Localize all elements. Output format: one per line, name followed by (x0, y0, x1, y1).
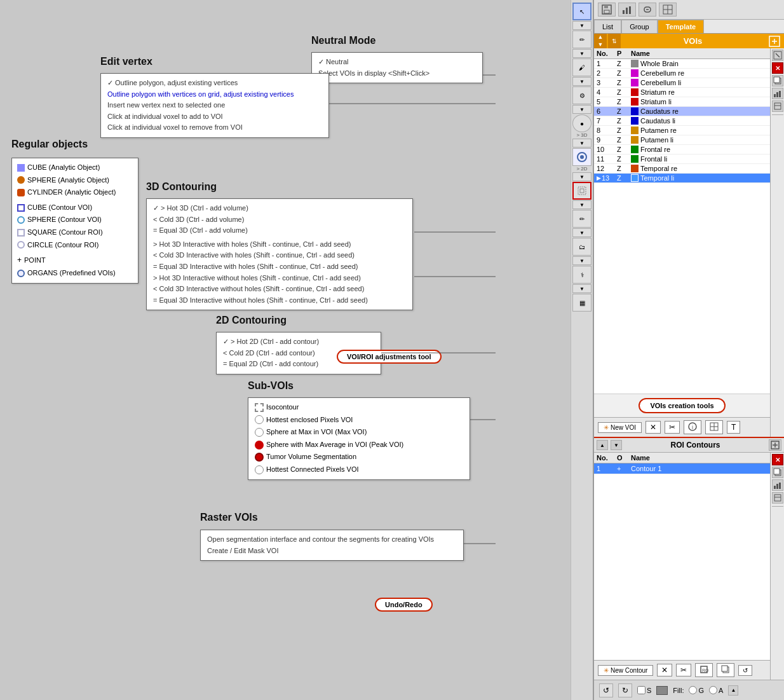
voi-row-11[interactable]: 11Z Frontal li (594, 154, 770, 164)
vr-btn-1[interactable] (772, 50, 783, 61)
dropdown-2d[interactable]: ▼ (572, 172, 591, 181)
dropdown-edit-vertex[interactable]: ▼ (572, 49, 591, 58)
voi-sort-btn[interactable]: ⇅ (608, 34, 621, 48)
vr-sep (772, 114, 783, 115)
link-icon[interactable] (639, 3, 656, 17)
voi-color-9 (631, 136, 639, 144)
new-contour-btn[interactable]: ✳ New Contour (598, 665, 653, 676)
voi-row-13[interactable]: ▶13 Z Temporal li (594, 174, 770, 183)
voi-row-2[interactable]: 2Z Cerebellum re (594, 69, 770, 78)
ro-organs-icon (17, 270, 25, 277)
voi-info-btn[interactable]: i (684, 420, 701, 434)
ro-circle-roi-icon (17, 241, 25, 249)
ro-sphere-analytic-icon (17, 176, 25, 184)
ev-item-4: Click at individual voxel to add to VOI (107, 111, 322, 123)
voi-creation-tools-label: VOIs creation tools (639, 398, 725, 413)
roi-nav-up[interactable]: ▲ (597, 440, 608, 450)
vr-btn-copy[interactable] (772, 75, 783, 86)
contour-undo-btn[interactable]: ↺ (738, 665, 752, 676)
dropdown-paint[interactable]: ▼ (572, 77, 591, 86)
copy-btn[interactable]: 🗂 (572, 238, 591, 256)
dropdown-copy[interactable]: ▼ (572, 256, 591, 265)
a-radio[interactable] (709, 686, 717, 694)
voi-scissors-btn[interactable]: ✂ (665, 421, 680, 434)
g-radio[interactable] (689, 686, 697, 694)
ro-cube-contour: CUBE (Contour VOI) (17, 202, 133, 214)
roi-table-header: No. O Name (594, 453, 770, 463)
rr-btn-2[interactable] (772, 467, 783, 478)
edit-vertex-btn[interactable]: ✏ (572, 31, 591, 48)
2d-contour-btn[interactable] (572, 182, 591, 200)
voi-row-10[interactable]: 10Z Frontal re (594, 145, 770, 154)
voi-row-1[interactable]: 1Z Whole Brain (594, 59, 770, 69)
voi-right-toolbar: ✕ (770, 48, 784, 437)
tab-template[interactable]: Template (658, 20, 704, 33)
voi-nav-up[interactable]: ▲ (594, 34, 607, 41)
sv-tumor: Tumor Volume Segmentation (255, 451, 463, 463)
ro-circle-roi: CIRCLE (Contour ROI) (17, 240, 133, 251)
roi-expand-btn[interactable] (769, 439, 781, 451)
roi-list: 1 + Contour 1 (594, 463, 770, 660)
ev-item-5: Click at individual voxel to remove from… (107, 122, 322, 134)
adjust-btn[interactable]: ✏ (572, 210, 591, 228)
voi-row-9[interactable]: 9Z Putamen li (594, 135, 770, 145)
voi-row-3[interactable]: 3Z Cerebellum li (594, 78, 770, 88)
contour-roi-btn[interactable]: ROI (695, 663, 713, 677)
dropdown-3d[interactable]: ▼ (572, 139, 591, 148)
rr-btn-3[interactable] (772, 479, 783, 491)
dropdown-settings[interactable]: ▼ (572, 105, 591, 114)
voi-color-12 (631, 165, 639, 172)
voi-sort-col: ⇅ (608, 34, 621, 48)
raster-btn[interactable]: ▦ (572, 294, 591, 312)
new-voi-btn[interactable]: ✳ New VOI (598, 422, 642, 433)
dropdown-2d-contour[interactable]: ▼ (572, 200, 591, 209)
3d-sphere-btn[interactable]: ● (572, 114, 591, 132)
scroll-up-btn[interactable]: ▲ (728, 685, 738, 696)
voi-row-5[interactable]: 5Z Striatum li (594, 97, 770, 107)
neutral-mode-btn[interactable]: ↖ (572, 3, 591, 20)
interactive-3d-btn[interactable] (572, 148, 591, 166)
ev-item-2: Outline polygon with vertices on grid, a… (107, 89, 322, 100)
voi-row-12[interactable]: 12Z Temporal re (594, 164, 770, 174)
voi-color-11 (631, 155, 639, 163)
rr-btn-close[interactable]: ✕ (772, 454, 783, 465)
roi-row-1[interactable]: 1 + Contour 1 (594, 463, 770, 474)
voi-delete-btn[interactable]: ✕ (645, 421, 661, 434)
voi-grid-btn[interactable] (705, 420, 723, 434)
grid-icon[interactable] (659, 3, 677, 17)
vr-btn-stats[interactable] (772, 88, 783, 99)
dropdown-neutral[interactable]: ▼ (572, 21, 591, 30)
contour-copy-btn[interactable] (717, 663, 734, 677)
edit-vertex-box: ✓ Outline polygon, adjust existing verti… (100, 73, 329, 138)
contour-delete-btn[interactable]: ✕ (657, 664, 672, 676)
settings-btn[interactable]: ⚙ (572, 86, 591, 104)
contour-scissors-btn[interactable]: ✂ (676, 664, 691, 676)
rr-btn-4[interactable] (772, 492, 783, 504)
roi-col-o: O (617, 454, 631, 462)
paint-btn[interactable]: 🖌 (572, 58, 591, 76)
vr-btn-close[interactable]: ✕ (772, 62, 783, 74)
dropdown-adjust[interactable]: ▼ (572, 228, 591, 237)
dropdown-sub-voi[interactable]: ▼ (572, 284, 591, 293)
regular-objects-box: CUBE (Analytic Object) SPHERE (Analytic … (11, 158, 139, 284)
roi-nav-down[interactable]: ▼ (611, 440, 622, 450)
voi-row-8[interactable]: 8Z Putamen re (594, 126, 770, 135)
save-icon[interactable] (598, 3, 616, 17)
tab-list[interactable]: List (594, 20, 621, 33)
voi-expand-btn[interactable] (765, 34, 784, 48)
redo-btn[interactable]: ↻ (618, 683, 632, 697)
sub-voi-btn[interactable]: ⚕ (572, 266, 591, 284)
roi-title: ROI Contours (625, 441, 766, 450)
svg-rect-14 (623, 10, 625, 14)
voi-row-7[interactable]: 7Z Caudatus li (594, 116, 770, 126)
sv-sphere-avg-icon (255, 441, 264, 450)
tab-group[interactable]: Group (621, 20, 658, 33)
vr-btn-settings[interactable] (772, 100, 783, 112)
undo-btn[interactable]: ↺ (599, 683, 613, 697)
voi-row-6[interactable]: 6Z Caudatus re (594, 107, 770, 116)
s-checkbox[interactable] (637, 686, 645, 694)
voi-text-btn[interactable]: T (727, 421, 740, 434)
voi-row-4[interactable]: 4Z Striatum re (594, 88, 770, 97)
chart-icon[interactable] (618, 3, 636, 17)
voi-nav-down[interactable]: ▼ (594, 41, 607, 49)
